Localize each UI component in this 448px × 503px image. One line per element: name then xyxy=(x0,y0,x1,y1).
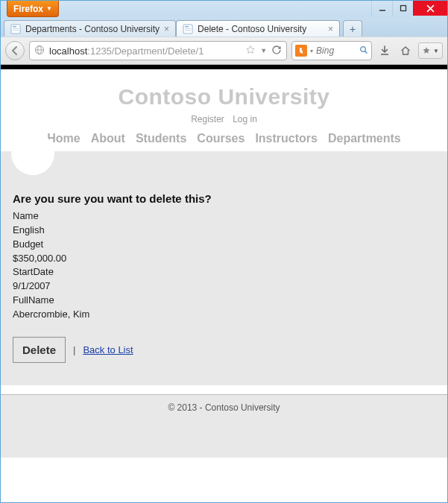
page-footer: © 2013 - Contoso University xyxy=(1,394,447,458)
form-actions: Delete | Back to List xyxy=(13,337,435,363)
tab-label: Departments - Contoso University xyxy=(25,24,160,34)
subheader-area xyxy=(1,151,447,177)
tab-delete[interactable]: Delete - Contoso University × xyxy=(176,20,340,37)
svg-line-16 xyxy=(365,51,367,53)
back-button[interactable] xyxy=(5,41,25,60)
field-value: English xyxy=(13,224,435,238)
nav-about[interactable]: About xyxy=(91,132,125,145)
login-link[interactable]: Log in xyxy=(233,114,257,124)
url-dropdown-icon[interactable]: ▼ xyxy=(260,47,267,54)
content-area: Are you sure you want to delete this? Na… xyxy=(1,177,447,385)
tab-close-icon[interactable]: × xyxy=(164,24,169,34)
page-header: Contoso University Register Log in Home … xyxy=(1,69,447,151)
chevron-down-icon: ▼ xyxy=(46,5,52,12)
nav-departments[interactable]: Departments xyxy=(328,132,401,145)
nav-students[interactable]: Students xyxy=(136,132,186,145)
svg-rect-10 xyxy=(185,28,191,29)
action-divider: | xyxy=(73,344,75,355)
register-link[interactable]: Register xyxy=(191,114,224,124)
account-links: Register Log in xyxy=(1,114,447,124)
header-notch xyxy=(11,132,54,175)
search-go-icon[interactable] xyxy=(359,45,368,57)
browser-toolbar: localhost:1235/Department/Delete/1 ▼ ▾ B… xyxy=(1,37,447,65)
bookmarks-menu-button[interactable]: ▼ xyxy=(418,42,443,59)
field-label: Budget xyxy=(13,238,435,252)
field-value: Abercrombie, Kim xyxy=(13,308,435,322)
page-favicon-icon xyxy=(183,24,193,34)
svg-rect-6 xyxy=(13,28,19,29)
window-titlebar: Firefox ▼ xyxy=(1,1,447,17)
downloads-icon[interactable] xyxy=(376,42,393,59)
delete-button[interactable]: Delete xyxy=(13,337,66,363)
svg-rect-9 xyxy=(185,26,189,28)
field-label: FullName xyxy=(13,294,435,308)
back-to-list-link[interactable]: Back to List xyxy=(83,344,133,355)
svg-rect-5 xyxy=(13,26,16,28)
url-bar[interactable]: localhost:1235/Department/Delete/1 ▼ xyxy=(29,41,287,60)
field-label: StartDate xyxy=(13,265,435,279)
page-favicon-icon xyxy=(10,24,21,34)
window-close-button[interactable] xyxy=(413,1,447,16)
tab-strip: Departments - Contoso University × Delet… xyxy=(1,17,447,37)
bing-icon xyxy=(295,45,307,57)
firefox-menu-label: Firefox xyxy=(13,4,43,14)
tab-departments[interactable]: Departments - Contoso University × xyxy=(4,20,176,37)
globe-icon xyxy=(34,45,45,57)
chevron-down-icon: ▼ xyxy=(433,48,439,54)
bookmark-star-icon[interactable] xyxy=(245,45,256,57)
svg-rect-7 xyxy=(13,30,19,31)
svg-point-15 xyxy=(361,46,366,51)
site-title: Contoso University xyxy=(1,84,447,110)
page-viewport: Contoso University Register Log in Home … xyxy=(1,65,447,502)
window-minimize-button[interactable] xyxy=(371,1,392,16)
details-list: Name English Budget $350,000.00 StartDat… xyxy=(13,209,435,322)
field-value: 9/1/2007 xyxy=(13,279,435,294)
nav-instructors[interactable]: Instructors xyxy=(255,132,318,145)
window-maximize-button[interactable] xyxy=(392,1,413,16)
bookmark-star-icon xyxy=(422,46,431,55)
field-label: Name xyxy=(13,209,435,224)
field-value: $350,000.00 xyxy=(13,252,435,266)
tab-label: Delete - Contoso University xyxy=(198,24,324,34)
firefox-menu-button[interactable]: Firefox ▼ xyxy=(7,1,59,17)
main-nav: Home About Students Courses Instructors … xyxy=(1,132,447,145)
nav-courses[interactable]: Courses xyxy=(197,132,244,145)
home-icon[interactable] xyxy=(397,42,414,59)
svg-rect-11 xyxy=(185,30,191,31)
confirm-heading: Are you sure you want to delete this? xyxy=(13,192,435,205)
content-gap xyxy=(1,385,447,394)
svg-rect-1 xyxy=(400,6,406,11)
search-placeholder: Bing xyxy=(316,45,356,56)
search-engine-dropdown-icon[interactable]: ▾ xyxy=(310,48,313,54)
search-bar[interactable]: ▾ Bing xyxy=(291,41,372,60)
reload-icon[interactable] xyxy=(271,45,282,57)
window-controls xyxy=(371,1,447,17)
url-path: :1235/Department/Delete/1 xyxy=(87,45,204,57)
url-host: localhost xyxy=(49,45,87,57)
tab-close-icon[interactable]: × xyxy=(328,24,333,34)
url-text: localhost:1235/Department/Delete/1 xyxy=(49,45,241,57)
new-tab-button[interactable]: + xyxy=(343,20,362,37)
